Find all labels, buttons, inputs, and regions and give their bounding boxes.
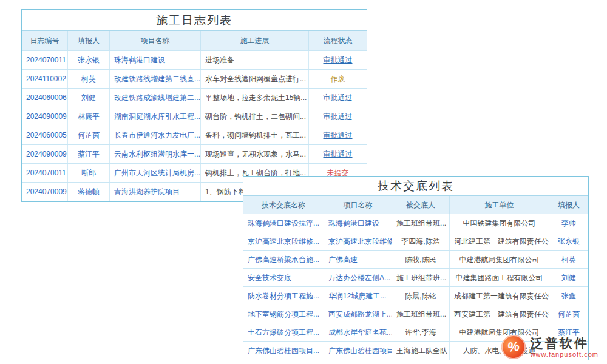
table-row[interactable]: 地下室钢筋分项工程...西安成都路龙湖上...施工班组带班...西安建工第一建筑…: [243, 305, 588, 323]
project-cell[interactable]: 青海洪湖养护院项目: [109, 183, 200, 201]
reporter-cell[interactable]: 断郎: [67, 164, 109, 182]
unit-cell: 成都建工第一建筑有限责任公司: [449, 287, 549, 305]
log-id-cell[interactable]: 2024060005: [22, 126, 67, 144]
log-id-cell[interactable]: 2024090009: [22, 145, 67, 163]
progress-cell: 现场巡查，无积水现象，水马...: [200, 145, 308, 163]
disclosure-name-cell[interactable]: 广东佛山碧桂园项目...: [243, 342, 324, 360]
log-id-cell[interactable]: 2024060006: [22, 89, 67, 107]
table-row[interactable]: 京沪高速北京段维修...京沪高速北京段维修李四海,陈浩河北建工第一建筑有限责任公…: [243, 232, 588, 251]
column-header-progress: 施工进展: [200, 31, 308, 50]
column-header-project: 项目名称: [109, 31, 200, 50]
status-cell[interactable]: 审批通过: [308, 51, 367, 69]
desktop: 施工日志列表 日志编号 填报人 项目名称 施工进展 流程状态 202407001…: [0, 0, 607, 364]
table-row[interactable]: 2024090009林康平湖南洞庭湖水库引水工程...砌台阶，钩机排土，二包砌间…: [22, 107, 367, 126]
table-row[interactable]: 安全技术交底万达办公楼左侧A...施工班组带班...中建集团路面工程有限公司刘健: [243, 269, 588, 287]
reporter-cell[interactable]: 刘健: [67, 89, 109, 107]
project-cell[interactable]: 京沪高速北京段维修: [324, 232, 392, 250]
window-title: 技术交底列表: [243, 177, 588, 196]
disclosure-name-cell[interactable]: 土石方爆破分项工程...: [243, 323, 324, 341]
project-cell[interactable]: 西安成都路龙湖上...: [324, 305, 392, 323]
status-cell[interactable]: 审批通过: [308, 145, 367, 163]
project-cell[interactable]: 广东佛山碧桂园项目: [324, 342, 392, 360]
project-cell[interactable]: 万达办公楼左侧A...: [324, 269, 392, 286]
persons-cell: 施工班组带班...: [392, 269, 449, 286]
persons-cell: 陈晨,陈铭: [392, 287, 449, 305]
table-row[interactable]: 2024060005何芷茵长春市伊通河水力发电厂...备料，砌间墙钩机排土，瓦工…: [22, 126, 367, 145]
persons-cell: 施工班组带班...: [392, 214, 449, 232]
project-cell[interactable]: 成都水岸华庭名苑...: [324, 323, 392, 341]
brand-url[interactable]: www.fanpusoft.com: [531, 351, 599, 359]
unit-cell: 西安建工第一建筑有限责任公司: [449, 305, 549, 323]
project-cell[interactable]: 改建铁路成渝线增建第二...: [109, 89, 200, 107]
reporter-cell[interactable]: 李帅: [549, 214, 588, 232]
persons-cell: 陈牧,陈民: [392, 251, 449, 268]
column-header-reporter: 填报人: [67, 31, 109, 50]
unit-cell: 中建港航局集团有限公司: [449, 251, 549, 268]
status-cell[interactable]: 审批通过: [308, 126, 367, 144]
project-cell[interactable]: 广佛高速: [324, 251, 392, 268]
project-cell[interactable]: 湖南洞庭湖水库引水工程...: [109, 107, 200, 126]
persons-cell: 施工班组带班...: [392, 305, 449, 323]
log-id-cell[interactable]: 2024070009: [22, 183, 67, 201]
reporter-cell[interactable]: 柯英: [549, 251, 588, 268]
reporter-cell[interactable]: 张永银: [549, 232, 588, 250]
window-title: 施工日志列表: [22, 10, 367, 31]
disclosure-name-cell[interactable]: 安全技术交底: [243, 269, 324, 286]
disclosure-name-cell[interactable]: 珠海鹤港口建设抗浮...: [243, 214, 324, 232]
column-header-status: 流程状态: [308, 31, 367, 50]
table-row[interactable]: 2024090009蔡江平云南水利枢纽潜明水库一...现场巡查，无积水现象，水马…: [22, 145, 367, 164]
tech-disclosure-window: 技术交底列表 技术交底名称 项目名称 被交底人 施工单位 填报人 珠海鹤港口建设…: [243, 176, 589, 360]
log-id-cell[interactable]: 2024090009: [22, 107, 67, 126]
reporter-cell[interactable]: 何芷茵: [67, 126, 109, 144]
project-cell[interactable]: 珠海鹤港口建设: [109, 51, 200, 69]
reporter-cell[interactable]: 林康平: [67, 107, 109, 126]
status-cell[interactable]: 作废: [308, 70, 367, 88]
persons-cell: 王海施工队全队: [392, 342, 449, 360]
status-cell[interactable]: 审批通过: [308, 107, 367, 126]
project-cell[interactable]: 长春市伊通河水力发电厂...: [109, 126, 200, 144]
table-row[interactable]: 2024110002柯英改建铁路线增建第二线直...水车对全线遮阳网覆盖点进行.…: [22, 70, 367, 89]
disclosure-name-cell[interactable]: 防水卷材分项工程施...: [243, 287, 324, 305]
progress-cell: 砌台阶，钩机排土，二包砌间...: [200, 107, 308, 126]
log-id-cell[interactable]: 2024070011: [22, 164, 67, 182]
project-cell[interactable]: 珠海鹤港口建设: [324, 214, 392, 232]
progress-cell: 进场准备: [200, 51, 308, 69]
log-table-header: 日志编号 填报人 项目名称 施工进展 流程状态: [22, 31, 367, 51]
unit-cell: 河北建工第一建筑有限责任公司: [449, 232, 549, 250]
persons-cell: 许华,李海: [392, 323, 449, 341]
disclosure-name-cell[interactable]: 地下室钢筋分项工程...: [243, 305, 324, 323]
status-cell[interactable]: 审批通过: [308, 89, 367, 107]
disclosure-table-header: 技术交底名称 项目名称 被交底人 施工单位 填报人: [243, 196, 588, 214]
unit-cell: 中建集团路面工程有限公司: [449, 269, 549, 286]
reporter-cell[interactable]: 刘健: [549, 269, 588, 286]
table-row[interactable]: 广佛高速桥梁承台施...广佛高速陈牧,陈民中建港航局集团有限公司柯英: [243, 251, 588, 269]
table-row[interactable]: 防水卷材分项工程施...华润12城房建工...陈晨,陈铭成都建工第一建筑有限责任…: [243, 287, 588, 305]
reporter-cell[interactable]: 张永银: [67, 51, 109, 69]
project-cell[interactable]: 华润12城房建工...: [324, 287, 392, 305]
project-cell[interactable]: 广州市天河区统计局机房...: [109, 164, 200, 182]
disclosure-name-cell[interactable]: 京沪高速北京段维修...: [243, 232, 324, 250]
unit-cell: 中国铁建集团有限公司: [449, 214, 549, 232]
reporter-cell[interactable]: 蒋德帧: [67, 183, 109, 201]
reporter-cell[interactable]: 何芷茵: [549, 305, 588, 323]
brand-name: 泛普软件: [531, 336, 599, 351]
reporter-cell[interactable]: 张鑫: [549, 287, 588, 305]
table-row[interactable]: 珠海鹤港口建设抗浮...珠海鹤港口建设施工班组带班...中国铁建集团有限公司李帅: [243, 214, 588, 232]
project-cell[interactable]: 云南水利枢纽潜明水库一...: [109, 145, 200, 163]
reporter-cell[interactable]: 柯英: [67, 70, 109, 88]
construction-log-window: 施工日志列表 日志编号 填报人 项目名称 施工进展 流程状态 202407001…: [21, 9, 367, 202]
table-row[interactable]: 2024070011张永银珠海鹤港口建设进场准备审批通过: [22, 51, 367, 70]
column-header-disclosure-name: 技术交底名称: [243, 196, 324, 214]
brand-watermark: % 泛普软件 www.fanpusoft.com: [501, 335, 599, 359]
table-row[interactable]: 2024060006刘健改建铁路成渝线增建第二...平整场地，拉走多余泥土15辆…: [22, 89, 367, 107]
column-header-project: 项目名称: [324, 196, 392, 214]
log-id-cell[interactable]: 2024110002: [22, 70, 67, 88]
progress-cell: 水车对全线遮阳网覆盖点进行...: [200, 70, 308, 88]
column-header-unit: 施工单位: [449, 196, 549, 214]
reporter-cell[interactable]: 蔡江平: [67, 145, 109, 163]
progress-cell: 备料，砌间墙钩机排土，瓦工...: [200, 126, 308, 144]
log-id-cell[interactable]: 2024070011: [22, 51, 67, 69]
disclosure-name-cell[interactable]: 广佛高速桥梁承台施...: [243, 251, 324, 268]
project-cell[interactable]: 改建铁路线增建第二线直...: [109, 70, 200, 88]
fanpu-logo-icon: %: [500, 333, 527, 360]
